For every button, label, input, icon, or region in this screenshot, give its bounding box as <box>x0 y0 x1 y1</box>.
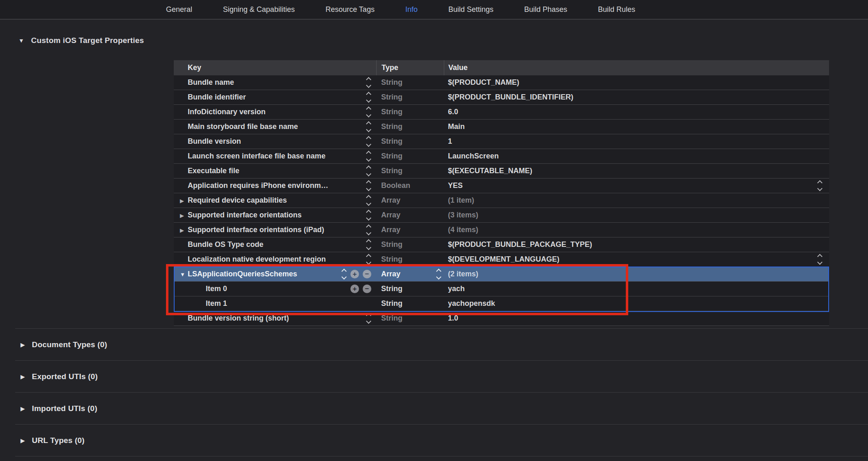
property-value: LaunchScreen <box>448 152 499 160</box>
disclosure-triangle-icon[interactable]: ▶ <box>180 197 184 203</box>
key-cell: ▶ Required device capabilities + − <box>174 193 376 208</box>
table-row[interactable]: ▼ LSApplicationQueriesSchemes + − Array … <box>174 267 829 282</box>
key-stepper-icon[interactable] <box>366 210 371 220</box>
add-item-button[interactable]: + <box>350 270 359 278</box>
table-row[interactable]: Bundle identifier + − String $(PRODUCT_B… <box>174 90 829 105</box>
table-row[interactable]: ▶ Supported interface orientations + − A… <box>174 208 829 223</box>
value-cell[interactable]: $(PRODUCT_BUNDLE_PACKAGE_TYPE) <box>444 237 829 252</box>
key-stepper-icon[interactable] <box>366 255 371 264</box>
value-cell[interactable]: LaunchScreen <box>444 149 829 163</box>
value-popup-icon[interactable] <box>817 255 823 264</box>
key-cell: ▼ LSApplicationQueriesSchemes + − <box>174 267 376 281</box>
value-cell[interactable]: (2 items) <box>444 267 829 281</box>
property-key: Launch screen interface file base name <box>188 152 325 160</box>
property-key: Bundle OS Type code <box>188 240 264 249</box>
key-stepper-icon[interactable] <box>366 166 371 176</box>
key-stepper-icon[interactable] <box>366 196 371 205</box>
value-cell[interactable]: 1.0 <box>444 311 829 325</box>
tab-general[interactable]: General <box>166 5 192 14</box>
disclosure-triangle-icon[interactable]: ▶ <box>180 212 184 218</box>
value-cell[interactable]: $(DEVELOPMENT_LANGUAGE) <box>444 252 829 267</box>
value-cell[interactable]: $(PRODUCT_NAME) <box>444 75 829 90</box>
type-cell: String <box>376 252 444 267</box>
table-row[interactable]: Application requires iPhone environm… + … <box>174 179 829 193</box>
type-cell: Boolean <box>376 179 444 193</box>
property-key: Item 1 <box>206 299 227 308</box>
table-row[interactable]: Bundle OS Type code + − String $(PRODUCT… <box>174 237 829 252</box>
table-row[interactable]: Bundle version + − String 1 <box>174 134 829 149</box>
table-row[interactable]: Bundle name + − String $(PRODUCT_NAME) <box>174 75 829 90</box>
table-row[interactable]: InfoDictionary version + − String 6.0 <box>174 105 829 120</box>
tab-build-rules[interactable]: Build Rules <box>598 5 635 14</box>
value-cell[interactable]: (1 item) <box>444 193 829 208</box>
type-popup-icon[interactable] <box>436 269 441 279</box>
type-cell: String <box>376 90 444 104</box>
table-row[interactable]: Localization native development region +… <box>174 252 829 267</box>
disclosure-triangle-icon[interactable]: ▶ <box>180 227 184 233</box>
value-cell[interactable]: YES <box>444 179 829 193</box>
key-stepper-icon[interactable] <box>366 225 371 235</box>
key-stepper-icon[interactable] <box>366 78 371 87</box>
key-stepper-icon[interactable] <box>366 181 371 190</box>
property-type: String <box>381 285 402 293</box>
key-stepper-icon[interactable] <box>366 122 371 131</box>
property-type: String <box>381 93 402 102</box>
value-popup-icon[interactable] <box>817 181 823 190</box>
value-cell[interactable]: 6.0 <box>444 105 829 119</box>
table-row[interactable]: ▶ Required device capabilities + − Array… <box>174 193 829 208</box>
key-cell: Launch screen interface file base name +… <box>174 149 376 163</box>
property-value: 6.0 <box>448 108 458 116</box>
column-header-type: Type <box>376 60 444 75</box>
properties-section-title: Custom iOS Target Properties <box>31 36 144 45</box>
table-row[interactable]: Launch screen interface file base name +… <box>174 149 829 164</box>
value-cell[interactable]: yach <box>444 282 829 296</box>
type-cell: Array <box>376 223 444 237</box>
table-row[interactable]: ▶ Supported interface orientations (iPad… <box>174 223 829 237</box>
tab-signing-capabilities[interactable]: Signing & Capabilities <box>223 5 295 14</box>
table-row[interactable]: Bundle version string (short) + − String… <box>174 311 829 326</box>
remove-item-button[interactable]: − <box>363 270 371 278</box>
value-cell[interactable]: yachopensdk <box>444 296 829 311</box>
key-stepper-icon[interactable] <box>366 151 371 161</box>
section-header-exported-utis-0[interactable]: ▶ Exported UTIs (0) <box>15 360 868 392</box>
value-cell[interactable]: (4 items) <box>444 223 829 237</box>
key-stepper-icon[interactable] <box>366 137 371 146</box>
section-title: URL Types (0) <box>32 436 85 445</box>
custom-ios-target-properties-header[interactable]: ▼ Custom iOS Target Properties <box>18 36 144 45</box>
tab-label: Info <box>405 5 418 14</box>
key-stepper-icon[interactable] <box>366 107 371 117</box>
type-cell: String <box>376 105 444 119</box>
table-row[interactable]: Executable file + − String $(EXECUTABLE_… <box>174 164 829 179</box>
property-key: Bundle name <box>188 78 234 87</box>
disclosure-triangle-icon[interactable]: ▼ <box>180 271 185 277</box>
section-header-imported-utis-0[interactable]: ▶ Imported UTIs (0) <box>15 392 868 424</box>
property-key: Required device capabilities <box>188 196 287 205</box>
table-header-row: Key Type Value <box>174 60 829 75</box>
value-cell[interactable]: 1 <box>444 134 829 149</box>
property-value: (4 items) <box>448 226 478 234</box>
property-value: yach <box>448 285 465 293</box>
tab-build-phases[interactable]: Build Phases <box>524 5 567 14</box>
remove-item-button[interactable]: − <box>363 285 371 293</box>
disclosure-triangle-icon[interactable]: ▼ <box>18 37 24 44</box>
property-type: String <box>381 314 402 323</box>
property-type: String <box>381 299 402 308</box>
value-cell[interactable]: $(PRODUCT_BUNDLE_IDENTIFIER) <box>444 90 829 104</box>
value-cell[interactable]: (3 items) <box>444 208 829 222</box>
section-header-document-types-0[interactable]: ▶ Document Types (0) <box>15 328 868 360</box>
key-stepper-icon[interactable] <box>366 93 371 102</box>
value-cell[interactable]: $(EXECUTABLE_NAME) <box>444 164 829 178</box>
key-stepper-icon[interactable] <box>366 240 371 249</box>
section-header-url-types-0[interactable]: ▶ URL Types (0) <box>15 424 868 456</box>
add-item-button[interactable]: + <box>350 285 359 293</box>
table-row[interactable]: Main storyboard file base name + − Strin… <box>174 120 829 134</box>
tab-info[interactable]: Info <box>405 5 418 14</box>
key-stepper-icon[interactable] <box>366 314 371 323</box>
key-stepper-icon[interactable] <box>341 269 347 279</box>
tab-label: General <box>166 5 192 14</box>
tab-resource-tags[interactable]: Resource Tags <box>325 5 375 14</box>
table-row[interactable]: Item 1 + − String yachopensdk <box>174 296 829 311</box>
value-cell[interactable]: Main <box>444 120 829 134</box>
table-row[interactable]: Item 0 + − String yach <box>174 282 829 296</box>
tab-build-settings[interactable]: Build Settings <box>448 5 493 14</box>
